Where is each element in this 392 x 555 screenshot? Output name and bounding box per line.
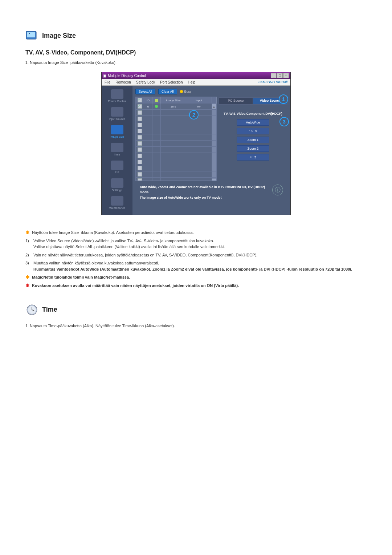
row-checkbox[interactable]: [138, 147, 142, 152]
grid-row-empty: [136, 134, 217, 141]
grid-row-0[interactable]: 0 16:9 AV ▲: [136, 104, 217, 110]
row-checkbox[interactable]: [138, 135, 142, 139]
close-button[interactable]: ×: [283, 73, 289, 78]
row-checkbox[interactable]: [138, 123, 142, 127]
grid-row-empty: [136, 110, 217, 116]
toolbar: Select All Clear All Busy: [135, 89, 287, 94]
panel-body: TV,AV,S-Video,Component,DVI(HDCP) AutoWi…: [219, 105, 287, 166]
busy-indicator: Busy: [180, 90, 192, 93]
image-size-sidebar-icon: [111, 125, 123, 134]
maintenance-icon: [111, 196, 123, 206]
sidebar-item-power[interactable]: Power Control: [105, 89, 130, 103]
grid-row-empty: [136, 159, 217, 165]
sidebar-item-maintenance[interactable]: Maintenance: [105, 196, 130, 210]
menu-help[interactable]: Help: [188, 80, 195, 84]
section-title: Time: [42, 306, 57, 313]
menu-file[interactable]: File: [105, 80, 110, 84]
row-checkbox[interactable]: [138, 154, 142, 158]
sidebar-item-input[interactable]: Input Source: [105, 107, 130, 121]
scroll-down[interactable]: ▼: [212, 178, 217, 181]
note-number: 1): [25, 238, 31, 244]
note-1b: Valitse ohjattava näyttö Select All -pai…: [33, 244, 225, 249]
grid-row-empty: [136, 153, 217, 159]
star-icon: ✱: [25, 274, 30, 280]
sidebar-label-power: Power Control: [108, 100, 126, 103]
grid-row-empty: [136, 147, 217, 153]
sidebar-item-settings[interactable]: Settings: [105, 178, 130, 192]
menu-remocon[interactable]: Remocon: [115, 80, 131, 84]
select-all-button[interactable]: Select All: [135, 89, 155, 94]
content-split: ID Image Size Input 0 16:9 AV: [135, 97, 287, 181]
menu-safety-lock[interactable]: Safety Lock: [136, 80, 155, 84]
option-zoom1[interactable]: Zoom 1: [237, 137, 269, 143]
steps-list-time: Napsauta Time-pääkuvaketta (Aika). Näytt…: [30, 324, 367, 328]
footer-line-2: The Image size of AutoWide works only on…: [140, 195, 269, 200]
pip-icon: [111, 161, 123, 170]
svg-rect-1: [27, 32, 35, 37]
col-id: ID: [144, 97, 152, 104]
option-4-3[interactable]: 4 : 3: [237, 154, 269, 161]
input-icon: [111, 107, 123, 117]
sidebar-label-pip: PIP: [115, 171, 119, 174]
sidebar: Power Control Input Source Image Size Ti…: [102, 86, 132, 215]
option-zoom2[interactable]: Zoom 2: [237, 145, 269, 152]
status-header-icon: [155, 99, 158, 102]
power-icon: [111, 89, 123, 99]
option-autowide[interactable]: AutoWide: [237, 119, 269, 126]
col-checkbox[interactable]: [136, 97, 144, 104]
row-id: 0: [144, 104, 152, 109]
scroll-up[interactable]: ▲: [212, 104, 217, 109]
row-input: AV: [186, 104, 212, 109]
row-checkbox[interactable]: [138, 160, 142, 164]
note-text: Näyttöön tulee Image Size -ikkuna (Kuvak…: [32, 230, 194, 236]
section-title: Image Size: [42, 32, 76, 40]
footer-note: Auto Wide, Zoom1 and Zoom2 are not avail…: [135, 181, 287, 204]
busy-dot-icon: [180, 90, 183, 93]
grid-row-empty: [136, 116, 217, 122]
row-status-dot: [155, 105, 158, 108]
callout-badge-2: 2: [189, 110, 199, 119]
sidebar-item-pip[interactable]: PIP: [105, 161, 130, 174]
minimize-button[interactable]: _: [271, 73, 277, 78]
window-buttons: _ □ ×: [271, 73, 289, 78]
note-text: MagicNetin tulolähde toimii vain MagicNe…: [32, 274, 130, 280]
row-checkbox[interactable]: [138, 110, 142, 115]
col-scroll: [212, 97, 217, 104]
note-3a: Muuttaa valitun näytön käytössä olevaa k…: [33, 261, 159, 265]
tab-pc-source[interactable]: PC Source: [219, 97, 253, 105]
col-image-size: Image Size: [161, 97, 186, 104]
subheading: TV, AV, S-Video, Component, DVI(HDCP): [25, 49, 367, 56]
option-16-9[interactable]: 16 : 9: [237, 128, 269, 134]
row-checkbox[interactable]: [138, 141, 142, 146]
clear-all-button[interactable]: Clear All: [158, 89, 177, 94]
grid-row-empty: [136, 122, 217, 128]
header-checkbox[interactable]: [138, 98, 142, 102]
col-status: [152, 97, 161, 104]
star-icon: ✱: [25, 230, 30, 236]
note-1a: Valitse Video Source (Videolähde) -välil…: [33, 239, 214, 243]
row-checkbox[interactable]: [138, 117, 142, 121]
note-3b: Huomautus Vaihtoehdot AutoWide (Automaat…: [33, 267, 352, 271]
sidebar-label-maint: Maintenance: [109, 206, 126, 210]
row-checkbox[interactable]: [138, 166, 142, 170]
app-icon: ▣: [103, 74, 106, 78]
grid-row-empty: [136, 165, 217, 171]
note-number: 2): [25, 252, 31, 258]
step-1: Napsauta Time-pääkuvaketta (Aika). Näytt…: [30, 324, 367, 328]
sidebar-item-image-size[interactable]: Image Size: [105, 125, 130, 138]
right-panel: PC Source Video Source 1 TV,AV,S-Video,C…: [219, 97, 287, 181]
note-2: 2) Vain ne näytöt näkyvät tietoruudukoss…: [25, 252, 367, 258]
maximize-button[interactable]: □: [277, 73, 283, 78]
row-checkbox[interactable]: [138, 172, 142, 177]
note-text: Valitse Video Source (Videolähde) -välil…: [33, 238, 225, 250]
step-1: Napsauta Image Size -pääkuvaketta (Kuvak…: [30, 60, 367, 65]
menubar: File Remocon Safety Lock Port Selection …: [102, 79, 290, 86]
info-icon: ⓘ: [272, 185, 283, 195]
menu-port-selection[interactable]: Port Selection: [160, 80, 183, 84]
note-text: Vain ne näytöt näkyvät tietoruudukossa, …: [33, 252, 257, 258]
sidebar-item-time[interactable]: Time: [105, 143, 130, 156]
row-checkbox[interactable]: [138, 129, 142, 133]
grid-row-empty: [136, 128, 217, 134]
row-checkbox[interactable]: [138, 178, 142, 181]
row-checkbox[interactable]: [138, 104, 142, 109]
